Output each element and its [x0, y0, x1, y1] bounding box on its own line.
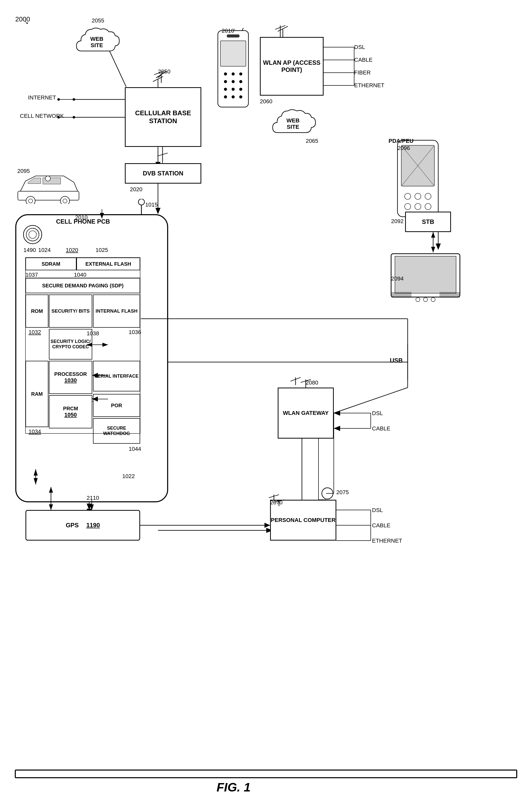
svg-point-87 — [224, 95, 227, 98]
svg-point-124 — [431, 298, 435, 302]
svg-point-116 — [415, 203, 421, 209]
security-bits-box: SECURITY/ BITS — [49, 295, 92, 328]
ref-2075: 2075 — [336, 489, 349, 496]
ref-1015: 1015 — [145, 201, 158, 208]
pda-peu-label: PDA/PEU — [388, 138, 414, 144]
ram-box: RAM — [25, 361, 49, 427]
svg-point-93 — [28, 199, 33, 203]
svg-point-5 — [73, 98, 75, 101]
svg-point-79 — [232, 72, 235, 75]
dsl-2-label: DSL — [372, 410, 383, 417]
ref-1022: 1022 — [122, 473, 135, 480]
ethernet-1-label: ETHERNET — [354, 82, 384, 89]
svg-line-53 — [269, 495, 279, 498]
svg-text:SITE: SITE — [91, 42, 103, 49]
ref-2110: 2110 — [87, 495, 99, 501]
dvb-station-box: DVB STATION — [125, 163, 201, 184]
wlan-ap-box: WLAN AP (ACCESS POINT) — [260, 37, 324, 96]
ref-2080: 2080 — [306, 380, 318, 386]
por-box: POR — [93, 394, 140, 417]
cable-2-label: CABLE — [372, 425, 390, 432]
svg-point-115 — [405, 203, 411, 209]
ref-2070: 2070 — [270, 499, 283, 506]
ref-1024: 1024 — [38, 247, 51, 254]
svg-marker-185 — [431, 232, 435, 238]
svg-point-143 — [57, 98, 60, 101]
wlan-gateway-box: WLAN GATEWAY — [278, 388, 334, 439]
rom-box: ROM — [25, 295, 49, 328]
personal-computer-box: PERSONAL COMPUTER — [270, 500, 336, 540]
processor-box: PROCESSOR 1030 — [49, 361, 92, 394]
svg-point-107 — [29, 231, 36, 238]
ref-1490: 1490 — [23, 247, 36, 254]
svg-rect-90 — [227, 34, 240, 37]
usb-label: USB — [390, 357, 403, 364]
ref-1025: 1025 — [96, 247, 108, 254]
svg-rect-121 — [439, 292, 460, 298]
ref-2096: 2096 — [397, 145, 410, 151]
ref-2010-prime: 2010' — [222, 27, 235, 34]
ref-1037: 1037 — [25, 272, 38, 278]
ref-2010: 2010 — [75, 214, 88, 221]
svg-rect-119 — [395, 256, 456, 293]
svg-marker-175 — [90, 504, 94, 511]
svg-point-125 — [322, 488, 333, 499]
svg-marker-173 — [264, 523, 270, 528]
ref-1036: 1036 — [129, 329, 141, 335]
ref-1040: 1040 — [74, 272, 87, 278]
svg-marker-47 — [334, 410, 340, 416]
svg-point-112 — [405, 193, 411, 199]
svg-point-80 — [239, 72, 242, 75]
svg-point-98 — [45, 176, 51, 181]
ref-2094: 2094 — [391, 275, 404, 282]
ref-2020: 2020 — [130, 186, 142, 193]
svg-line-51 — [290, 377, 301, 381]
svg-point-114 — [425, 193, 431, 199]
ref-1032: 1032 — [28, 329, 41, 335]
secure-watchdog-box: SECURE WATCHDOG — [93, 418, 140, 444]
ref-2092: 2092 — [391, 218, 404, 225]
fiber-1-label: FIBER — [354, 69, 371, 76]
cable-1-label: CABLE — [354, 57, 373, 63]
serial-interface-box: SERIAL INTERFACE — [93, 361, 140, 391]
svg-marker-49 — [334, 426, 340, 431]
svg-point-78 — [224, 72, 227, 75]
ref-1034: 1034 — [28, 428, 41, 435]
ref-2095: 2095 — [17, 168, 30, 174]
ref-1038: 1038 — [87, 330, 99, 337]
svg-point-88 — [232, 95, 235, 98]
svg-marker-169 — [49, 504, 53, 510]
svg-marker-184 — [431, 247, 435, 253]
svg-point-82 — [232, 80, 235, 83]
cable-3-label: CABLE — [372, 522, 390, 529]
ethernet-3-label: ETHERNET — [372, 537, 402, 544]
ref-1050-inner: 1050 — [63, 411, 78, 418]
website-cloud-topleft: WEB SITE — [71, 20, 122, 61]
svg-text:WEB: WEB — [90, 36, 103, 42]
svg-marker-14 — [155, 208, 160, 214]
prcm-box: PRCM 1050 — [49, 395, 92, 428]
svg-point-95 — [63, 199, 67, 203]
cellular-base-station-box: CELLULAR BASE STATION — [125, 87, 201, 147]
svg-point-85 — [232, 88, 235, 91]
gps-box: GPS 1190 — [25, 510, 140, 540]
svg-point-122 — [416, 298, 420, 302]
internal-flash-box: INTERNAL FLASH — [93, 295, 140, 328]
ref-1020: 1020 — [66, 247, 78, 254]
ref-2055: 2055 — [92, 17, 104, 24]
svg-marker-166 — [334, 410, 340, 416]
svg-point-123 — [423, 298, 428, 302]
ref-2065: 2065 — [306, 138, 318, 144]
security-logic-box: SECURITY LOGIC/ CRYPTO CODEC — [49, 329, 92, 359]
svg-point-117 — [425, 203, 431, 209]
dsl-3-label: DSL — [372, 507, 383, 514]
sdp-box: SECURE DEMAND PAGING (SDP) — [25, 278, 140, 293]
svg-line-74 — [156, 75, 161, 78]
svg-marker-167 — [334, 426, 340, 431]
ref-1030-inner: 1030 — [54, 377, 87, 384]
svg-text:SITE: SITE — [287, 124, 299, 130]
ref-1190: 1190 — [87, 522, 100, 529]
svg-line-153 — [334, 388, 408, 413]
fig-caption: FIG. 1 — [216, 780, 250, 793]
dsl-1-label: DSL — [354, 44, 365, 51]
